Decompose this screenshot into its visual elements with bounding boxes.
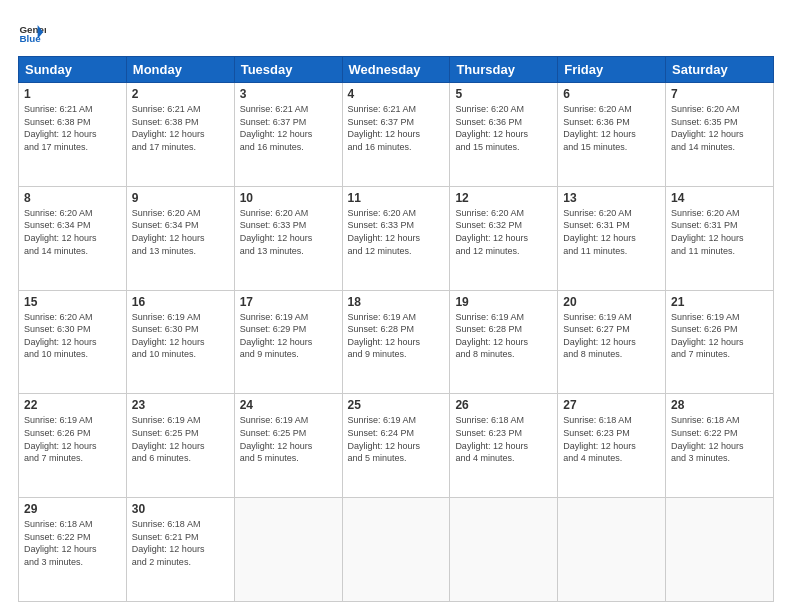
day-info: Sunrise: 6:18 AM Sunset: 6:23 PM Dayligh… xyxy=(563,414,660,464)
day-info: Sunrise: 6:20 AM Sunset: 6:36 PM Dayligh… xyxy=(563,103,660,153)
day-number: 15 xyxy=(24,295,121,309)
day-info: Sunrise: 6:20 AM Sunset: 6:31 PM Dayligh… xyxy=(671,207,768,257)
day-info: Sunrise: 6:20 AM Sunset: 6:33 PM Dayligh… xyxy=(240,207,337,257)
day-info: Sunrise: 6:21 AM Sunset: 6:37 PM Dayligh… xyxy=(348,103,445,153)
day-info: Sunrise: 6:19 AM Sunset: 6:25 PM Dayligh… xyxy=(132,414,229,464)
calendar-cell: 15Sunrise: 6:20 AM Sunset: 6:30 PM Dayli… xyxy=(19,290,127,394)
calendar-cell: 13Sunrise: 6:20 AM Sunset: 6:31 PM Dayli… xyxy=(558,186,666,290)
calendar-cell: 11Sunrise: 6:20 AM Sunset: 6:33 PM Dayli… xyxy=(342,186,450,290)
weekday-header-tuesday: Tuesday xyxy=(234,57,342,83)
calendar-cell xyxy=(342,498,450,602)
day-number: 22 xyxy=(24,398,121,412)
day-number: 27 xyxy=(563,398,660,412)
day-number: 2 xyxy=(132,87,229,101)
calendar-cell: 18Sunrise: 6:19 AM Sunset: 6:28 PM Dayli… xyxy=(342,290,450,394)
day-number: 7 xyxy=(671,87,768,101)
calendar-cell: 3Sunrise: 6:21 AM Sunset: 6:37 PM Daylig… xyxy=(234,83,342,187)
day-info: Sunrise: 6:20 AM Sunset: 6:31 PM Dayligh… xyxy=(563,207,660,257)
day-info: Sunrise: 6:21 AM Sunset: 6:38 PM Dayligh… xyxy=(132,103,229,153)
calendar-cell: 7Sunrise: 6:20 AM Sunset: 6:35 PM Daylig… xyxy=(666,83,774,187)
day-number: 19 xyxy=(455,295,552,309)
day-number: 16 xyxy=(132,295,229,309)
calendar-cell: 25Sunrise: 6:19 AM Sunset: 6:24 PM Dayli… xyxy=(342,394,450,498)
day-number: 8 xyxy=(24,191,121,205)
weekday-header-monday: Monday xyxy=(126,57,234,83)
calendar-cell: 17Sunrise: 6:19 AM Sunset: 6:29 PM Dayli… xyxy=(234,290,342,394)
calendar-cell: 16Sunrise: 6:19 AM Sunset: 6:30 PM Dayli… xyxy=(126,290,234,394)
day-number: 3 xyxy=(240,87,337,101)
calendar-cell: 5Sunrise: 6:20 AM Sunset: 6:36 PM Daylig… xyxy=(450,83,558,187)
calendar-cell: 9Sunrise: 6:20 AM Sunset: 6:34 PM Daylig… xyxy=(126,186,234,290)
day-number: 18 xyxy=(348,295,445,309)
day-number: 21 xyxy=(671,295,768,309)
day-info: Sunrise: 6:20 AM Sunset: 6:34 PM Dayligh… xyxy=(132,207,229,257)
day-number: 4 xyxy=(348,87,445,101)
day-number: 24 xyxy=(240,398,337,412)
calendar-cell: 26Sunrise: 6:18 AM Sunset: 6:23 PM Dayli… xyxy=(450,394,558,498)
weekday-header-saturday: Saturday xyxy=(666,57,774,83)
day-number: 11 xyxy=(348,191,445,205)
day-number: 10 xyxy=(240,191,337,205)
day-info: Sunrise: 6:20 AM Sunset: 6:36 PM Dayligh… xyxy=(455,103,552,153)
day-number: 30 xyxy=(132,502,229,516)
calendar-cell: 23Sunrise: 6:19 AM Sunset: 6:25 PM Dayli… xyxy=(126,394,234,498)
day-number: 6 xyxy=(563,87,660,101)
day-number: 20 xyxy=(563,295,660,309)
calendar-cell: 10Sunrise: 6:20 AM Sunset: 6:33 PM Dayli… xyxy=(234,186,342,290)
day-number: 17 xyxy=(240,295,337,309)
calendar-cell: 28Sunrise: 6:18 AM Sunset: 6:22 PM Dayli… xyxy=(666,394,774,498)
weekday-header-friday: Friday xyxy=(558,57,666,83)
calendar-cell: 20Sunrise: 6:19 AM Sunset: 6:27 PM Dayli… xyxy=(558,290,666,394)
day-info: Sunrise: 6:19 AM Sunset: 6:26 PM Dayligh… xyxy=(24,414,121,464)
calendar-cell: 29Sunrise: 6:18 AM Sunset: 6:22 PM Dayli… xyxy=(19,498,127,602)
weekday-header-thursday: Thursday xyxy=(450,57,558,83)
day-number: 25 xyxy=(348,398,445,412)
weekday-header-sunday: Sunday xyxy=(19,57,127,83)
day-number: 5 xyxy=(455,87,552,101)
calendar-cell: 14Sunrise: 6:20 AM Sunset: 6:31 PM Dayli… xyxy=(666,186,774,290)
calendar-cell: 22Sunrise: 6:19 AM Sunset: 6:26 PM Dayli… xyxy=(19,394,127,498)
day-number: 9 xyxy=(132,191,229,205)
day-info: Sunrise: 6:19 AM Sunset: 6:28 PM Dayligh… xyxy=(455,311,552,361)
day-info: Sunrise: 6:20 AM Sunset: 6:30 PM Dayligh… xyxy=(24,311,121,361)
day-info: Sunrise: 6:19 AM Sunset: 6:28 PM Dayligh… xyxy=(348,311,445,361)
calendar-cell: 27Sunrise: 6:18 AM Sunset: 6:23 PM Dayli… xyxy=(558,394,666,498)
calendar-table: SundayMondayTuesdayWednesdayThursdayFrid… xyxy=(18,56,774,602)
day-info: Sunrise: 6:19 AM Sunset: 6:26 PM Dayligh… xyxy=(671,311,768,361)
day-number: 1 xyxy=(24,87,121,101)
day-info: Sunrise: 6:18 AM Sunset: 6:22 PM Dayligh… xyxy=(671,414,768,464)
day-number: 13 xyxy=(563,191,660,205)
calendar-cell xyxy=(450,498,558,602)
day-info: Sunrise: 6:19 AM Sunset: 6:24 PM Dayligh… xyxy=(348,414,445,464)
day-number: 26 xyxy=(455,398,552,412)
weekday-header-wednesday: Wednesday xyxy=(342,57,450,83)
day-info: Sunrise: 6:18 AM Sunset: 6:23 PM Dayligh… xyxy=(455,414,552,464)
day-info: Sunrise: 6:20 AM Sunset: 6:33 PM Dayligh… xyxy=(348,207,445,257)
calendar-cell xyxy=(234,498,342,602)
day-info: Sunrise: 6:21 AM Sunset: 6:38 PM Dayligh… xyxy=(24,103,121,153)
day-info: Sunrise: 6:19 AM Sunset: 6:25 PM Dayligh… xyxy=(240,414,337,464)
logo: General Blue xyxy=(18,18,46,46)
day-number: 23 xyxy=(132,398,229,412)
day-info: Sunrise: 6:20 AM Sunset: 6:32 PM Dayligh… xyxy=(455,207,552,257)
calendar-cell: 6Sunrise: 6:20 AM Sunset: 6:36 PM Daylig… xyxy=(558,83,666,187)
day-info: Sunrise: 6:18 AM Sunset: 6:21 PM Dayligh… xyxy=(132,518,229,568)
day-info: Sunrise: 6:18 AM Sunset: 6:22 PM Dayligh… xyxy=(24,518,121,568)
calendar-cell: 8Sunrise: 6:20 AM Sunset: 6:34 PM Daylig… xyxy=(19,186,127,290)
calendar-cell: 4Sunrise: 6:21 AM Sunset: 6:37 PM Daylig… xyxy=(342,83,450,187)
page-header: General Blue xyxy=(18,18,774,46)
day-info: Sunrise: 6:19 AM Sunset: 6:27 PM Dayligh… xyxy=(563,311,660,361)
calendar-cell xyxy=(666,498,774,602)
calendar-cell: 30Sunrise: 6:18 AM Sunset: 6:21 PM Dayli… xyxy=(126,498,234,602)
day-number: 12 xyxy=(455,191,552,205)
calendar-cell xyxy=(558,498,666,602)
calendar-cell: 19Sunrise: 6:19 AM Sunset: 6:28 PM Dayli… xyxy=(450,290,558,394)
calendar-cell: 12Sunrise: 6:20 AM Sunset: 6:32 PM Dayli… xyxy=(450,186,558,290)
day-info: Sunrise: 6:20 AM Sunset: 6:35 PM Dayligh… xyxy=(671,103,768,153)
calendar-cell: 2Sunrise: 6:21 AM Sunset: 6:38 PM Daylig… xyxy=(126,83,234,187)
day-number: 29 xyxy=(24,502,121,516)
day-number: 28 xyxy=(671,398,768,412)
day-info: Sunrise: 6:19 AM Sunset: 6:30 PM Dayligh… xyxy=(132,311,229,361)
day-info: Sunrise: 6:19 AM Sunset: 6:29 PM Dayligh… xyxy=(240,311,337,361)
calendar-cell: 1Sunrise: 6:21 AM Sunset: 6:38 PM Daylig… xyxy=(19,83,127,187)
